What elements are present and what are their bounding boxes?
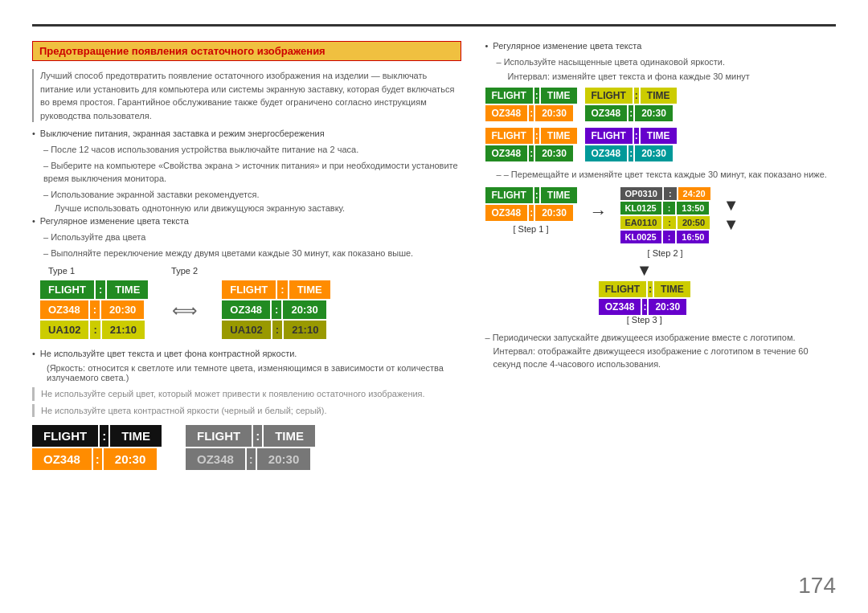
- bullet3: Не используйте цвет текста и цвет фона к…: [32, 349, 461, 358]
- rb2-oz348: OZ348: [585, 105, 628, 121]
- s1-time: TIME: [541, 187, 577, 203]
- bb2-sep2: :: [247, 448, 256, 470]
- t1-flight-header: FLIGHT: [40, 280, 94, 299]
- rb1-time: TIME: [541, 88, 577, 104]
- t2-2110: 21:10: [284, 321, 326, 339]
- page-number: 174: [798, 573, 836, 599]
- rb3-flight: FLIGHT: [485, 128, 533, 144]
- section-title: Предотвращение появления остаточного изо…: [32, 41, 461, 61]
- bb1-sep2: :: [93, 448, 102, 470]
- s2-ea0110: EA0110: [620, 216, 662, 229]
- steps-section: FLIGHT : TIME OZ348 : 20:30 [ Step 1 ] →: [485, 187, 837, 258]
- s3-2030: 20:30: [649, 299, 686, 315]
- bullet2-sub1: Используйте два цвета: [32, 231, 461, 244]
- t2-sep-header: :: [277, 280, 287, 299]
- rb2: FLIGHT : TIME OZ348 : 20:30: [585, 88, 677, 121]
- note1: Не используйте серый цвет, который может…: [32, 387, 461, 401]
- bb2-time: TIME: [264, 425, 315, 447]
- s2-t4: 16:50: [677, 231, 709, 243]
- bullet1-sub4: Лучше использовать однотонную или движущ…: [32, 203, 461, 213]
- bottom-section: FLIGHT : TIME OZ348 : 20:30 FLIGHT :: [32, 425, 461, 470]
- bb2-oz348: OZ348: [186, 448, 245, 470]
- s2-op0310: OP0310: [620, 187, 662, 200]
- rb1-2030: 20:30: [535, 105, 573, 121]
- rb4-flight: FLIGHT: [585, 128, 633, 144]
- type1-board: FLIGHT : TIME OZ348 : 20:30 UA102 : 21:1…: [40, 280, 148, 341]
- bullet1: Выключение питания, экранная заставка и …: [32, 129, 461, 138]
- t2-time-header: TIME: [289, 280, 330, 299]
- s3-time: TIME: [654, 281, 690, 297]
- bottom-board-black: FLIGHT : TIME OZ348 : 20:30: [32, 425, 162, 470]
- rb1-oz348: OZ348: [485, 105, 528, 121]
- step-note: – Перемещайте и изменяйте цвет текста ка…: [485, 168, 837, 182]
- s2-t2: 13:50: [677, 202, 709, 215]
- rb4-2030: 20:30: [635, 145, 673, 161]
- down-arrow1: ▼: [723, 195, 739, 215]
- rb1-sep1: :: [534, 88, 539, 104]
- swap-arrow-icon: ⟺: [172, 300, 198, 321]
- t2-oz348: OZ348: [222, 300, 270, 319]
- right-boards-row2: FLIGHT : TIME OZ348 : 20:30 FLIGHT :: [485, 128, 837, 161]
- rb3-sep2: :: [529, 145, 534, 161]
- step3-down-arrow: ▼: [637, 261, 653, 280]
- rb3: FLIGHT : TIME OZ348 : 20:30: [485, 128, 577, 161]
- s3-sep1: :: [648, 281, 653, 297]
- t1-2110: 21:10: [102, 321, 145, 339]
- t2-sep-data2: :: [272, 321, 282, 339]
- t1-sep-data2: :: [90, 321, 100, 339]
- rb4-time: TIME: [641, 128, 677, 144]
- t2-2030: 20:30: [283, 300, 326, 319]
- right-sub2: Интервал: изменяйте цвет текста и фона к…: [485, 72, 837, 81]
- step2-label: [ Step 2 ]: [648, 248, 683, 258]
- bullet2-sub2: Выполняйте переключение между двумя цвет…: [32, 247, 461, 260]
- bb2-2030: 20:30: [257, 448, 310, 470]
- rb4-sep2: :: [628, 145, 633, 161]
- rb4: FLIGHT : TIME OZ348 : 20:30: [585, 128, 677, 161]
- rb1-sep2: :: [529, 105, 534, 121]
- bullet3-sub1: (Яркость: относится к светлоте или темно…: [32, 363, 461, 382]
- s1-2030: 20:30: [535, 205, 573, 221]
- s2-kl0125: KL0125: [620, 202, 661, 215]
- right-column: Регулярное изменение цвета текста Исполь…: [485, 41, 837, 597]
- t2-flight-header: FLIGHT: [222, 280, 276, 299]
- s2-sep-kl1: :: [663, 202, 676, 215]
- t2-ua102: UA102: [222, 321, 270, 339]
- t1-ua102: UA102: [40, 321, 88, 339]
- right-boards-row1: FLIGHT : TIME OZ348 : 20:30 FLIGHT :: [485, 88, 837, 121]
- type2-label: Type 2: [171, 266, 198, 276]
- rb4-oz348: OZ348: [585, 145, 628, 161]
- s1-flight: FLIGHT: [485, 187, 533, 203]
- type-labels: Type 1 Type 2: [48, 266, 461, 276]
- t1-sep-header: :: [96, 280, 105, 299]
- t1-oz348: OZ348: [40, 300, 88, 319]
- rb2-2030: 20:30: [635, 105, 673, 121]
- down-arrows: ▼ ▼: [723, 195, 739, 234]
- down-arrow2: ▼: [723, 215, 739, 234]
- s2-t3: 20:50: [678, 216, 710, 229]
- right-sub1: Используйте насыщенные цвета одинаковой …: [485, 55, 837, 69]
- left-column: Предотвращение появления остаточного изо…: [32, 41, 461, 597]
- s1-sep1: :: [534, 187, 539, 203]
- rb3-sep1: :: [534, 128, 539, 144]
- rb2-time: TIME: [641, 88, 677, 104]
- type-pair: FLIGHT : TIME OZ348 : 20:30 UA102 : 21:1…: [40, 280, 461, 341]
- s1-oz348: OZ348: [485, 205, 528, 221]
- rb1: FLIGHT : TIME OZ348 : 20:30: [485, 88, 577, 121]
- bullet1-sub2: Выберите на компьютере «Свойства экрана …: [32, 159, 461, 186]
- type1-label: Type 1: [48, 266, 75, 276]
- bottom-board-gray: FLIGHT : TIME OZ348 : 20:30: [186, 425, 315, 470]
- periodic-note: – Периодически запускайте движущееся изо…: [485, 331, 837, 371]
- top-divider: [32, 24, 836, 27]
- step2-multiboard: OP0310 : 24:20 KL0125 : 13:50 EA0110 :: [620, 187, 710, 245]
- type2-board: FLIGHT : TIME OZ348 : 20:30 UA102 : 21:1…: [222, 280, 330, 341]
- t1-time-header: TIME: [107, 280, 148, 299]
- step3-label: [ Step 3 ]: [627, 315, 662, 325]
- step3-board: FLIGHT : TIME OZ348 : 20:30: [599, 281, 690, 315]
- rb4-sep1: :: [634, 128, 639, 144]
- note2: Не используйте цвета контрастной яркости…: [32, 404, 461, 418]
- intro-text: Лучший способ предотвратить появление ос…: [32, 69, 461, 122]
- bb2-sep1: :: [253, 425, 262, 447]
- bb1-2030: 20:30: [104, 448, 157, 470]
- bullet2: Регулярное изменение цвета текста: [32, 216, 461, 226]
- bb1-sep1: :: [100, 425, 108, 447]
